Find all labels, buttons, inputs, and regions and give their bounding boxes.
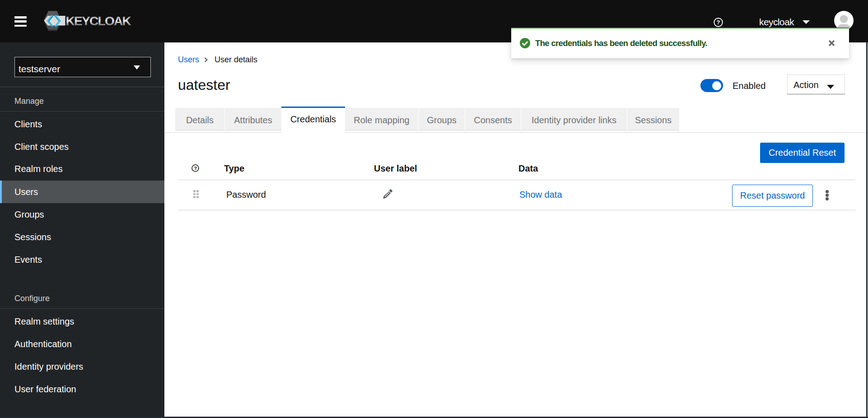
svg-text:KEYCLOAK: KEYCLOAK bbox=[66, 14, 131, 28]
svg-text:?: ? bbox=[194, 166, 197, 171]
svg-text:?: ? bbox=[717, 19, 720, 26]
